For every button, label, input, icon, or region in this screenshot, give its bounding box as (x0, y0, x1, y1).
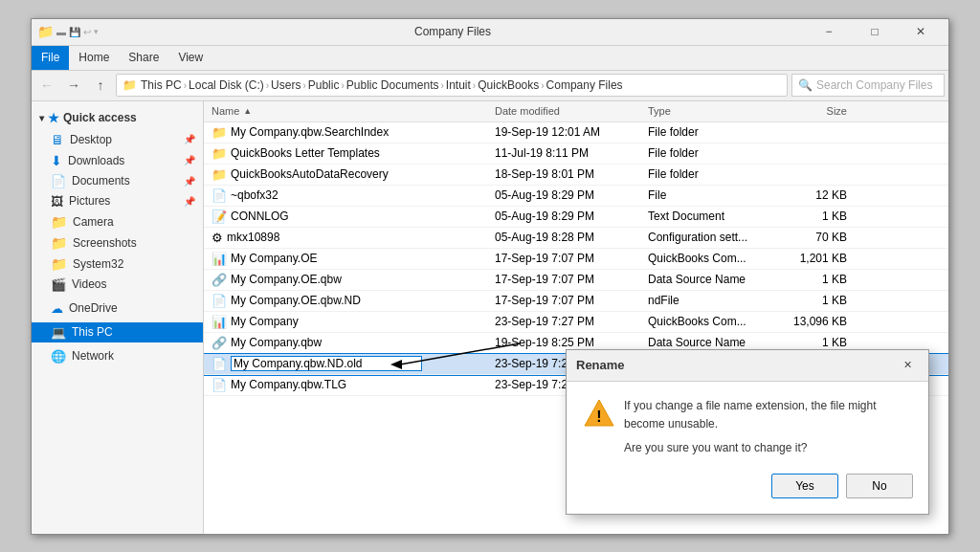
file-name-cell: 📁 QuickBooksAutoDataRecovery (204, 167, 491, 182)
file-type: File folder (644, 167, 778, 181)
forward-button[interactable]: → (62, 74, 85, 97)
main-area: ▾ ★ Quick access 🖥 Desktop 📌 ⬇ Downloads… (32, 101, 948, 534)
table-row[interactable]: 📁 My Company.qbw.SearchIndex 19-Sep-19 1… (204, 122, 948, 144)
sidebar-item-thispc[interactable]: 💻 This PC (32, 322, 203, 342)
file-name: mkx10898 (227, 231, 279, 244)
up-button[interactable]: ↑ (89, 74, 112, 97)
sidebar-item-onedrive[interactable]: ☁ OneDrive (32, 298, 203, 319)
table-row[interactable]: 📊 My Company 23-Sep-19 7:27 PM QuickBook… (204, 312, 948, 333)
sidebar-item-pictures[interactable]: 🖼 Pictures 📌 (32, 191, 203, 211)
minimize-button[interactable]: − (807, 18, 851, 45)
sidebar-thispc-section: 💻 This PC (32, 322, 203, 342)
sidebar-camera-label: Camera (73, 215, 114, 229)
dialog-text: If you change a file name extension, the… (624, 397, 913, 458)
sidebar-item-network[interactable]: 🌐 Network (32, 346, 203, 366)
col-date-label: Date modified (495, 105, 560, 117)
file-date: 05-Aug-19 8:29 PM (491, 188, 644, 202)
file-date: 18-Sep-19 8:01 PM (491, 167, 644, 181)
file-type: Data Source Name (644, 273, 778, 286)
table-row[interactable]: 🔗 My Company.OE.qbw 17-Sep-19 7:07 PM Da… (204, 270, 948, 291)
address-bar[interactable]: 📁 This PC › Local Disk (C:) › Users › Pu… (116, 74, 788, 97)
file-name-cell: 📊 My Company.OE (204, 252, 491, 266)
file-date: 17-Sep-19 7:07 PM (491, 273, 644, 286)
dialog-no-button[interactable]: No (846, 474, 913, 498)
crumb-users: Users (271, 78, 301, 92)
title-bar: 📁 ▬ 💾 ↩ ▾ Company Files − □ ✕ (32, 19, 948, 46)
file-explorer-window: 📁 ▬ 💾 ↩ ▾ Company Files − □ ✕ File Home … (31, 18, 949, 535)
dialog-title: Rename (576, 358, 625, 372)
column-type[interactable]: Type (644, 105, 778, 117)
title-bar-controls: − □ ✕ (807, 18, 943, 45)
file-name-cell: 📄 My Company.qbw.TLG (204, 378, 491, 392)
file-name: ~qbofx32 (231, 188, 278, 202)
table-row[interactable]: 📝 CONNLOG 05-Aug-19 8:29 PM Text Documen… (204, 207, 948, 228)
address-folder-icon: 📁 (122, 78, 137, 92)
close-button[interactable]: ✕ (899, 18, 943, 45)
sidebar-network-label: Network (72, 349, 114, 363)
sidebar-item-documents[interactable]: 📄 Documents 📌 (32, 171, 203, 191)
file-type: ndFile (644, 294, 778, 307)
sidebar: ▾ ★ Quick access 🖥 Desktop 📌 ⬇ Downloads… (32, 101, 204, 534)
menu-file[interactable]: File (32, 46, 69, 70)
table-row[interactable]: 📁 QuickBooksAutoDataRecovery 18-Sep-19 8… (204, 165, 948, 186)
sidebar-item-videos[interactable]: 🎬 Videos (32, 275, 203, 295)
column-date[interactable]: Date modified (491, 105, 644, 117)
file-icon: 📄 (212, 378, 227, 392)
thispc-icon: 💻 (51, 325, 66, 340)
quick-access-label: Quick access (63, 111, 137, 124)
pictures-icon: 🖼 (51, 194, 63, 209)
onedrive-icon: ☁ (51, 301, 63, 316)
sidebar-item-screenshots[interactable]: 📁 Screenshots (32, 232, 203, 254)
file-name: CONNLOG (231, 210, 289, 223)
file-size: 1,201 KB (778, 252, 855, 265)
window-folder-icon: 📁 (37, 24, 54, 39)
sidebar-item-downloads[interactable]: ⬇ Downloads 📌 (32, 150, 203, 171)
file-icon: 📁 (212, 167, 227, 182)
sidebar-item-camera[interactable]: 📁 Camera (32, 211, 203, 232)
menu-view[interactable]: View (168, 46, 212, 70)
col-type-label: Type (648, 105, 671, 117)
table-row[interactable]: 📄 My Company.OE.qbw.ND 17-Sep-19 7:07 PM… (204, 291, 948, 312)
file-rename-input[interactable] (231, 356, 422, 371)
pin-icon: 📌 (184, 134, 195, 144)
title-bar-icons: 📁 ▬ 💾 ↩ ▾ (37, 24, 99, 39)
file-icon: 🔗 (212, 273, 227, 287)
sidebar-onedrive-label: OneDrive (69, 301, 118, 315)
sidebar-item-desktop[interactable]: 🖥 Desktop 📌 (32, 129, 203, 150)
sidebar-item-system32[interactable]: 📁 System32 (32, 254, 203, 275)
save-icon-sm: 💾 (69, 27, 80, 37)
menu-home[interactable]: Home (69, 46, 119, 70)
search-placeholder: Search Company Files (816, 78, 932, 92)
rename-dialog: Rename ✕ ! If you change a file name ext… (566, 349, 929, 515)
table-row[interactable]: 📊 My Company.OE 17-Sep-19 7:07 PM QuickB… (204, 249, 948, 270)
dialog-yes-button[interactable]: Yes (771, 474, 838, 498)
dialog-body: ! If you change a file name extension, t… (567, 382, 928, 514)
dialog-close-button[interactable]: ✕ (896, 356, 919, 375)
file-type: File folder (644, 125, 778, 139)
file-list-header: Name ▲ Date modified Type Size (204, 101, 948, 122)
dialog-message-line1: If you change a file name extension, the… (624, 397, 913, 433)
table-row[interactable]: ⚙ mkx10898 05-Aug-19 8:28 PM Configurati… (204, 228, 948, 249)
sidebar-desktop-label: Desktop (70, 133, 112, 146)
file-date: 11-Jul-19 8:11 PM (491, 146, 644, 160)
table-row[interactable]: 📁 QuickBooks Letter Templates 11-Jul-19 … (204, 144, 948, 165)
column-name[interactable]: Name ▲ (204, 105, 491, 117)
sidebar-pictures-label: Pictures (69, 194, 110, 208)
file-name-cell: ⚙ mkx10898 (204, 231, 491, 245)
search-bar[interactable]: 🔍 Search Company Files (791, 74, 945, 97)
file-size: 13,096 KB (778, 315, 855, 328)
table-row[interactable]: 📄 ~qbofx32 05-Aug-19 8:29 PM File 12 KB (204, 186, 948, 207)
menu-share[interactable]: Share (119, 46, 168, 70)
column-size[interactable]: Size (778, 105, 855, 117)
file-date: 17-Sep-19 7:07 PM (491, 294, 644, 307)
maximize-button[interactable]: □ (853, 18, 897, 45)
search-icon: 🔍 (798, 78, 813, 92)
back-button[interactable]: ← (35, 74, 58, 97)
sidebar-quick-access-section: ▾ ★ Quick access 🖥 Desktop 📌 ⬇ Downloads… (32, 107, 203, 295)
file-name-cell: 📝 CONNLOG (204, 210, 491, 224)
documents-icon: 📄 (51, 174, 66, 188)
file-date: 05-Aug-19 8:28 PM (491, 231, 644, 244)
dropdown-arrow-sm: ▾ (94, 27, 99, 36)
downloads-icon: ⬇ (51, 153, 62, 168)
dialog-title-bar: Rename ✕ (567, 350, 928, 382)
